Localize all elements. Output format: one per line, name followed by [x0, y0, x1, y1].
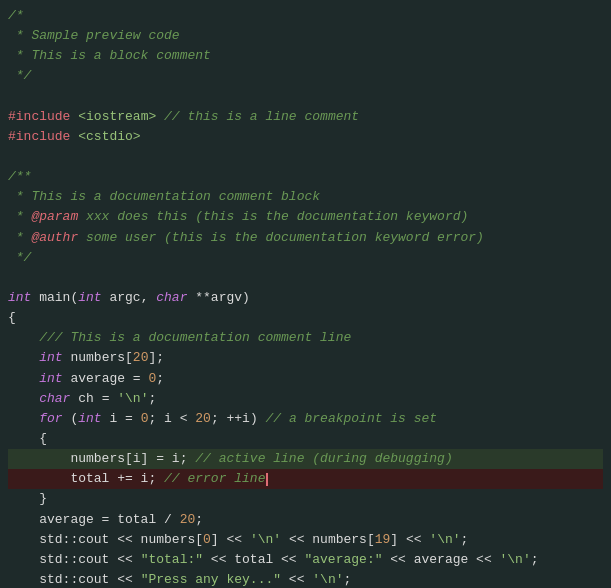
- line-6: #include <iostream> // this is a line co…: [8, 107, 603, 127]
- code-editor: /* * Sample preview code * This is a blo…: [0, 0, 611, 588]
- line-10: * This is a documentation comment block: [8, 187, 603, 207]
- line-18: int numbers[20];: [8, 348, 603, 368]
- line-12: * @authr some user (this is the document…: [8, 228, 603, 248]
- line-1: /*: [8, 6, 603, 26]
- line-20: char ch = '\n';: [8, 389, 603, 409]
- line-9: /**: [8, 167, 603, 187]
- line-7: #include <cstdio>: [8, 127, 603, 147]
- line-26: average = total / 20;: [8, 510, 603, 530]
- line-21: for (int i = 0; i < 20; ++i) // a breakp…: [8, 409, 603, 429]
- line-8: [8, 147, 603, 167]
- line-29: std::cout << "Press any key..." << '\n';: [8, 570, 603, 588]
- line-27: std::cout << numbers[0] << '\n' << numbe…: [8, 530, 603, 550]
- line-2: * Sample preview code: [8, 26, 603, 46]
- line-16: {: [8, 308, 603, 328]
- line-11: * @param xxx does this (this is the docu…: [8, 207, 603, 227]
- line-22: {: [8, 429, 603, 449]
- line-14: [8, 268, 603, 288]
- line-24-error: total += i; // error line: [8, 469, 603, 489]
- line-19: int average = 0;: [8, 369, 603, 389]
- line-3: * This is a block comment: [8, 46, 603, 66]
- line-17: /// This is a documentation comment line: [8, 328, 603, 348]
- line-28: std::cout << "total:" << total << "avera…: [8, 550, 603, 570]
- line-5: [8, 87, 603, 107]
- line-15: int main(int argc, char **argv): [8, 288, 603, 308]
- line-4: */: [8, 66, 603, 86]
- line-23-active: numbers[i] = i; // active line (during d…: [8, 449, 603, 469]
- line-13: */: [8, 248, 603, 268]
- line-25: }: [8, 489, 603, 509]
